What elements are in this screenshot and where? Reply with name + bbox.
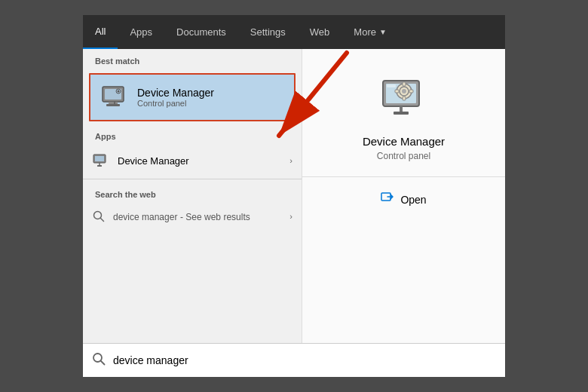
tab-more-label: More bbox=[354, 26, 376, 38]
best-match-title: Device Manager bbox=[137, 87, 214, 99]
app-list-title: Device Manager bbox=[118, 155, 289, 167]
best-match-subtitle: Control panel bbox=[137, 99, 214, 108]
web-section-label: Search the web bbox=[83, 182, 302, 204]
svg-rect-15 bbox=[387, 84, 396, 87]
svg-point-26 bbox=[93, 354, 102, 362]
tab-documents-label: Documents bbox=[176, 26, 226, 38]
right-panel-divider bbox=[302, 176, 505, 177]
svg-line-12 bbox=[101, 219, 104, 222]
tab-all[interactable]: All bbox=[83, 15, 118, 49]
open-icon bbox=[381, 192, 394, 207]
device-manager-icon-small bbox=[100, 82, 130, 112]
chevron-down-icon: ▼ bbox=[379, 28, 387, 36]
search-input[interactable] bbox=[113, 354, 496, 366]
svg-rect-3 bbox=[106, 104, 120, 106]
tab-apps-label: Apps bbox=[130, 26, 152, 38]
svg-rect-21 bbox=[403, 82, 406, 86]
app-device-manager-icon bbox=[92, 152, 110, 170]
apps-section-label: Apps bbox=[83, 124, 302, 145]
open-label: Open bbox=[400, 194, 426, 206]
right-panel-app-type: Control panel bbox=[377, 151, 430, 161]
device-manager-icon-large bbox=[377, 72, 431, 126]
open-button[interactable]: Open bbox=[375, 189, 432, 210]
svg-rect-24 bbox=[395, 90, 399, 93]
svg-rect-16 bbox=[400, 106, 403, 112]
tab-all-label: All bbox=[95, 26, 106, 37]
tab-more[interactable]: More ▼ bbox=[341, 15, 399, 49]
main-content: Best match bbox=[83, 49, 505, 343]
svg-rect-22 bbox=[403, 96, 406, 100]
search-bar bbox=[83, 343, 505, 377]
tab-web-label: Web bbox=[310, 26, 330, 38]
chevron-right-icon: › bbox=[289, 156, 292, 165]
separator bbox=[83, 179, 302, 179]
tab-web[interactable]: Web bbox=[298, 15, 342, 49]
tab-settings-label: Settings bbox=[250, 26, 286, 38]
best-match-item[interactable]: Device Manager Control panel bbox=[89, 73, 296, 121]
left-panel: Best match bbox=[83, 49, 302, 343]
web-search-text: device manager - See web results bbox=[113, 211, 289, 222]
svg-line-27 bbox=[101, 361, 105, 365]
search-circle-icon bbox=[92, 210, 106, 223]
svg-rect-10 bbox=[97, 165, 102, 167]
tab-apps[interactable]: Apps bbox=[118, 15, 164, 49]
web-chevron-icon: › bbox=[289, 212, 292, 221]
right-panel-app-name: Device Manager bbox=[363, 135, 445, 148]
svg-rect-23 bbox=[409, 90, 413, 93]
tab-settings[interactable]: Settings bbox=[238, 15, 298, 49]
app-list-item[interactable]: Device Manager › bbox=[83, 145, 302, 176]
right-panel: Device Manager Control panel Open bbox=[302, 49, 505, 343]
best-match-text: Device Manager Control panel bbox=[137, 87, 214, 108]
tab-documents[interactable]: Documents bbox=[164, 15, 238, 49]
web-search-item[interactable]: device manager - See web results › bbox=[83, 204, 302, 229]
svg-rect-17 bbox=[394, 112, 409, 115]
tab-bar: All Apps Documents Settings Web More ▼ bbox=[83, 15, 505, 49]
svg-rect-8 bbox=[95, 156, 104, 161]
svg-point-20 bbox=[402, 89, 406, 93]
svg-point-6 bbox=[118, 90, 120, 93]
best-match-label: Best match bbox=[83, 49, 302, 70]
search-bar-icon bbox=[92, 352, 106, 369]
